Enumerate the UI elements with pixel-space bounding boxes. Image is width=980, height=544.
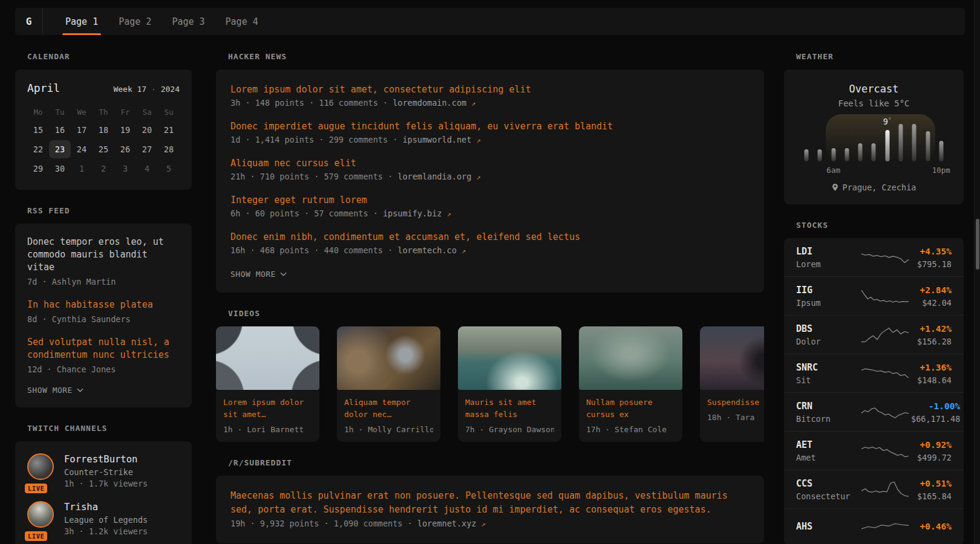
rss-item-title[interactable]: In hac habitasse platea bbox=[27, 299, 180, 311]
stock-row[interactable]: DBSDolor+1.42%$156.28 bbox=[784, 315, 964, 354]
calendar-weekday: Th bbox=[93, 104, 114, 120]
news-item-domain-link[interactable]: loremnet.xyz bbox=[417, 519, 477, 528]
calendar-week-label: Week 17 · 2024 bbox=[113, 85, 180, 94]
news-item-title[interactable]: Donec enim nibh, condimentum et accumsan… bbox=[230, 230, 750, 244]
calendar-day: 22 bbox=[27, 140, 49, 158]
weather-bar-fill bbox=[872, 143, 876, 161]
video-card[interactable]: Aliquam tempor dolor nec pharetra…1h · M… bbox=[337, 326, 440, 442]
rss-item-title[interactable]: Sed volutpat nulla nisl, a condimentum n… bbox=[27, 336, 180, 361]
page-tabs: Page 1Page 2Page 3Page 4 bbox=[43, 8, 266, 35]
tab-page-3[interactable]: Page 3 bbox=[164, 8, 212, 35]
columns: CALENDAR April Week 17 · 2024 MoTuWeThFr… bbox=[15, 52, 965, 544]
video-card[interactable]: Mauris sit amet massa felis7h · Grayson … bbox=[458, 326, 561, 442]
middle-column: HACKER NEWS Lorem ipsum dolor sit amet, … bbox=[216, 52, 764, 544]
stock-symbol: IIG bbox=[796, 284, 859, 296]
calendar-day: 27 bbox=[136, 140, 158, 158]
stock-id: IIGIpsum bbox=[796, 284, 859, 308]
stock-name: Amet bbox=[796, 453, 859, 462]
subreddit-card: Maecenas mollis pulvinar erat non posuer… bbox=[216, 476, 764, 543]
stock-symbol: DBS bbox=[796, 323, 859, 335]
stock-price: $66,171.48 bbox=[911, 414, 960, 424]
stock-sparkline bbox=[859, 401, 911, 423]
news-item-meta: 1d · 1,414 points · 299 comments · ipsum… bbox=[230, 134, 750, 146]
news-item-title[interactable]: Maecenas mollis pulvinar erat non posuer… bbox=[230, 489, 750, 517]
avatar-wrap: LIVE bbox=[27, 453, 55, 488]
news-item-domain-link[interactable]: loremlandia.org bbox=[397, 172, 471, 181]
app-logo[interactable]: G bbox=[15, 8, 43, 35]
weather-feels-like: Feels like 5°C bbox=[800, 99, 948, 108]
hackernews-card: Lorem ipsum dolor sit amet, consectetur … bbox=[216, 70, 764, 293]
calendar-day: 25 bbox=[93, 140, 114, 158]
stock-row[interactable]: LDILorem+4.35%$795.18 bbox=[784, 238, 964, 276]
news-item-title[interactable]: Integer eget rutrum lorem bbox=[230, 193, 750, 207]
calendar-day: 4 bbox=[136, 160, 158, 178]
video-card[interactable]: Lorem ipsum dolor sit amet consectetu…1h… bbox=[216, 326, 319, 442]
news-item-domain-link[interactable]: loremdomain.com bbox=[393, 98, 466, 108]
avatar bbox=[27, 501, 54, 528]
stocks-widget: STOCKS LDILorem+4.35%$795.18IIGIpsum+2.8… bbox=[784, 221, 964, 544]
video-card[interactable]: Suspendisse diam18h · Tara bbox=[700, 326, 764, 442]
stock-change: +0.51% bbox=[911, 478, 952, 490]
external-link-arrow-icon: ↗ bbox=[471, 99, 475, 108]
left-column: CALENDAR April Week 17 · 2024 MoTuWeThFr… bbox=[15, 52, 192, 544]
scrollbar-thumb[interactable] bbox=[976, 219, 979, 270]
stock-row[interactable]: AHS+0.46% bbox=[784, 508, 964, 544]
news-item-title[interactable]: Aliquam nec cursus elit bbox=[230, 157, 750, 170]
stock-row[interactable]: CRNBitcorn-1.00%$66,171.48 bbox=[784, 392, 964, 431]
videos-widget: VIDEOS Lorem ipsum dolor sit amet consec… bbox=[216, 309, 764, 442]
news-item-meta: 21h · 710 points · 579 comments · loreml… bbox=[230, 171, 750, 183]
calendar-day: 20 bbox=[136, 121, 158, 139]
news-item-meta-text: 21h · 710 points · 579 comments · bbox=[230, 172, 397, 181]
tab-page-1[interactable]: Page 1 bbox=[57, 8, 106, 35]
stock-price: $156.28 bbox=[911, 337, 952, 346]
stock-row[interactable]: CCSConsectetur+0.51%$165.84 bbox=[784, 470, 964, 508]
rss-item: Donec tempor eros leo, ut commodo mauris… bbox=[27, 236, 180, 288]
stock-row[interactable]: SNRCSit+1.36%$148.64 bbox=[784, 354, 964, 392]
stock-values: -1.00%$66,171.48 bbox=[911, 400, 960, 424]
rss-item-title[interactable]: Donec tempor eros leo, ut commodo mauris… bbox=[27, 236, 180, 274]
show-more-label: SHOW MORE bbox=[27, 386, 73, 395]
video-thumbnail bbox=[579, 326, 682, 390]
stock-change: +0.92% bbox=[911, 439, 952, 451]
news-item-domain-link[interactable]: ipsumworld.net bbox=[402, 135, 471, 144]
weather-bar bbox=[894, 118, 907, 175]
calendar-day: 5 bbox=[158, 160, 180, 178]
weather-bar-fill bbox=[912, 124, 916, 161]
hackernews-show-more-button[interactable]: SHOW MORE bbox=[230, 270, 287, 279]
chevron-down-icon bbox=[77, 388, 83, 392]
news-item-title[interactable]: Donec imperdiet augue tincidunt felis al… bbox=[230, 120, 750, 133]
news-item-meta-text: 3h · 148 points · 116 comments · bbox=[230, 98, 393, 108]
news-item-domain-link[interactable]: ipsumify.biz bbox=[383, 209, 442, 218]
stock-change: +0.46% bbox=[911, 520, 952, 533]
tab-page-4[interactable]: Page 4 bbox=[218, 8, 266, 35]
channel-meta: 3h · 1.2k viewers bbox=[64, 526, 148, 536]
avatar bbox=[27, 453, 54, 480]
stock-symbol: AET bbox=[796, 439, 859, 451]
calendar-grid: MoTuWeThFrSaSu15161718192021222324252627… bbox=[27, 104, 180, 178]
chevron-down-icon bbox=[280, 272, 287, 276]
video-title: Mauris sit amet massa felis bbox=[465, 397, 554, 421]
video-meta: 18h · Tara bbox=[707, 413, 764, 422]
weather-hourly-chart: 6am9°10pm bbox=[800, 118, 948, 175]
rss-show-more-button[interactable]: SHOW MORE bbox=[27, 386, 83, 395]
weather-bar: 10pm bbox=[935, 118, 948, 175]
news-item-domain-link[interactable]: loremtech.co bbox=[397, 245, 457, 255]
video-card-body: Nullam posuere cursus ex17h · Stefan Col… bbox=[579, 390, 682, 442]
stock-row[interactable]: IIGIpsum+2.84%$42.04 bbox=[784, 276, 964, 315]
weather-condition: Overcast bbox=[800, 83, 948, 95]
stock-values: +1.36%$148.64 bbox=[911, 361, 952, 385]
twitch-channel-row[interactable]: LIVETrishaLeague of Legends3h · 1.2k vie… bbox=[27, 501, 180, 536]
stock-change: +2.84% bbox=[911, 284, 952, 296]
twitch-channel-row[interactable]: LIVEForrestBurtonCounter-Strike1h · 1.7k… bbox=[27, 453, 180, 488]
stock-row[interactable]: AETAmet+0.92%$499.72 bbox=[784, 431, 964, 470]
tab-page-2[interactable]: Page 2 bbox=[111, 8, 159, 35]
video-card[interactable]: Nullam posuere cursus ex17h · Stefan Col… bbox=[579, 326, 682, 442]
channel-name[interactable]: Trisha bbox=[64, 501, 148, 513]
stock-symbol: LDI bbox=[796, 245, 859, 257]
news-item-title[interactable]: Lorem ipsum dolor sit amet, consectetur … bbox=[230, 83, 750, 96]
calendar-day: 30 bbox=[49, 160, 71, 178]
weather-time-label: 10pm bbox=[932, 166, 950, 175]
degree-sign: ° bbox=[888, 117, 892, 123]
channel-name[interactable]: ForrestBurton bbox=[64, 453, 148, 465]
rss-item: In hac habitasse platea8d · Cynthia Saun… bbox=[27, 299, 180, 325]
